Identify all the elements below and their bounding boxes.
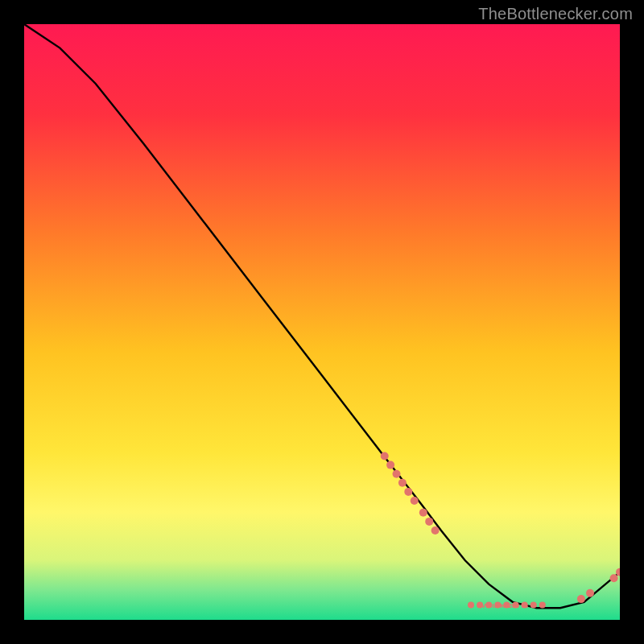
- marker-group: [381, 452, 620, 609]
- series-label: NVIDIA K5200 vs: [477, 602, 528, 609]
- data-point: [411, 497, 419, 505]
- data-point: [425, 518, 433, 526]
- watermark-text: TheBottlenecker.com: [478, 5, 633, 23]
- data-point: [381, 452, 389, 460]
- data-point: [586, 589, 594, 597]
- data-point: [577, 595, 585, 603]
- bottleneck-curve: [24, 24, 620, 608]
- data-point: [468, 602, 474, 609]
- chart-stage: NVIDIA K5200 vs TheBottlenecker.com: [0, 0, 644, 644]
- data-point: [530, 602, 537, 609]
- curve-layer: NVIDIA K5200 vs: [24, 24, 620, 620]
- data-point: [539, 602, 546, 609]
- data-point: [386, 461, 394, 469]
- data-point: [431, 526, 440, 535]
- data-point: [610, 574, 618, 582]
- data-point: [393, 470, 401, 478]
- data-point: [419, 509, 427, 517]
- plot-area: NVIDIA K5200 vs: [24, 24, 620, 620]
- data-point: [404, 488, 412, 496]
- data-point: [398, 479, 407, 487]
